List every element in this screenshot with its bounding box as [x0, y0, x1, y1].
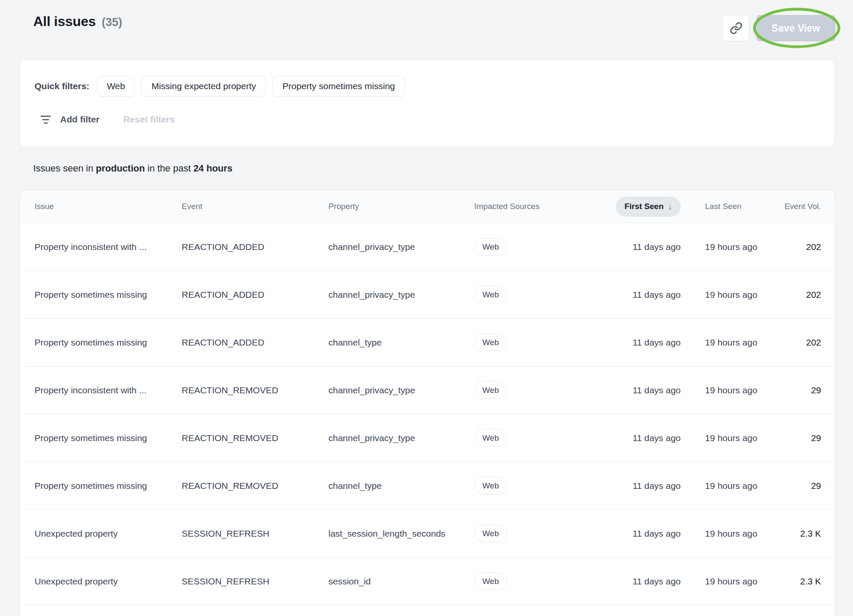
save-view-button[interactable]: Save View	[756, 15, 836, 41]
scope-prefix: Issues seen in	[33, 163, 96, 174]
property-cell: channel_privacy_type	[314, 385, 461, 395]
last-seen-cell: 19 hours ago	[682, 576, 773, 587]
scope-line: Issues seen in production in the past 24…	[33, 163, 853, 174]
link-icon	[730, 22, 743, 35]
last-seen-text: 19 hours ago	[705, 290, 757, 299]
event-volume-text: 202	[806, 242, 821, 252]
property-text: channel_type	[328, 481, 382, 491]
issue-text: Property sometimes missing	[35, 337, 147, 347]
event-cell: REACTION_ADDED	[167, 337, 314, 348]
last-seen-text: 19 hours ago	[705, 576, 757, 586]
event-cell: REACTION_ADDED	[167, 290, 314, 300]
issue-cell: Property sometimes missing	[20, 433, 167, 443]
event-text: REACTION_ADDED	[182, 290, 264, 299]
impacted-sources-cell: Web	[461, 572, 598, 590]
page-title: All issues	[33, 14, 96, 29]
table-row[interactable]: Property sometimes missing REACTION_REMO…	[20, 414, 835, 462]
property-cell: channel_type	[314, 481, 461, 491]
table-body: Property inconsistent with ... REACTION_…	[20, 223, 835, 605]
column-header-issue[interactable]: Issue	[20, 202, 167, 211]
event-volume-cell: 202	[773, 242, 835, 252]
event-text: SESSION_REFRESH	[182, 529, 269, 538]
first-seen-cell: 11 days ago	[598, 433, 682, 443]
event-volume-text: 202	[806, 290, 821, 300]
event-volume-text: 29	[811, 433, 821, 443]
first-seen-text: 11 days ago	[632, 481, 681, 491]
sort-desc-arrow-icon: ↓	[668, 202, 672, 212]
first-seen-cell: 11 days ago	[598, 385, 682, 395]
table-row[interactable]: Unexpected property SESSION_REFRESH last…	[20, 510, 835, 558]
sort-pill-first-seen[interactable]: First Seen ↓	[616, 197, 681, 217]
event-volume-cell: 2.3 K	[773, 529, 835, 539]
issue-count-badge: (35)	[102, 16, 122, 29]
impacted-sources-cell: Web	[461, 381, 598, 399]
add-filter-label: Add filter	[60, 114, 99, 125]
event-cell: SESSION_REFRESH	[167, 529, 314, 539]
last-seen-cell: 19 hours ago	[682, 529, 773, 539]
last-seen-cell: 19 hours ago	[682, 242, 773, 252]
event-volume-text: 202	[806, 337, 821, 348]
last-seen-text: 19 hours ago	[705, 242, 757, 252]
last-seen-cell: 19 hours ago	[682, 337, 773, 348]
filter-icon	[40, 116, 51, 124]
issue-text: Property sometimes missing	[35, 290, 147, 299]
property-text: channel_privacy_type	[328, 385, 415, 395]
event-cell: REACTION_REMOVED	[167, 385, 314, 395]
issues-table: Issue Event Property Impacted Sources Fi…	[20, 190, 835, 616]
first-seen-cell: 11 days ago	[598, 481, 682, 491]
table-row[interactable]: Property inconsistent with ... REACTION_…	[20, 366, 835, 414]
property-cell: session_id	[314, 576, 461, 587]
last-seen-text: 19 hours ago	[705, 433, 757, 443]
quick-filter-chip-missing-expected-property[interactable]: Missing expected property	[142, 76, 266, 96]
column-header-impacted-sources[interactable]: Impacted Sources	[461, 202, 598, 211]
issue-cell: Unexpected property	[20, 576, 167, 587]
property-cell: last_session_length_seconds	[314, 529, 461, 539]
event-volume-text: 29	[811, 385, 821, 395]
source-badge: Web	[474, 525, 507, 542]
quick-filters-label: Quick filters:	[35, 81, 89, 91]
issue-cell: Property inconsistent with ...	[20, 242, 167, 252]
column-header-last-seen[interactable]: Last Seen	[682, 202, 773, 211]
column-header-event-vol[interactable]: Event Vol.	[773, 202, 835, 211]
reset-filters-button[interactable]: Reset filters	[123, 114, 174, 125]
column-header-property[interactable]: Property	[314, 202, 461, 211]
first-seen-text: 11 days ago	[632, 529, 681, 539]
source-badge: Web	[474, 238, 507, 256]
event-text: SESSION_REFRESH	[182, 576, 269, 586]
scope-window: 24 hours	[193, 163, 232, 174]
quick-filter-chip-property-sometimes-missing[interactable]: Property sometimes missing	[273, 76, 405, 96]
impacted-sources-cell: Web	[461, 429, 598, 447]
impacted-sources-cell: Web	[461, 286, 598, 303]
source-badge: Web	[474, 572, 507, 590]
issue-cell: Property sometimes missing	[20, 337, 167, 348]
issue-cell: Unexpected property	[20, 529, 167, 539]
table-row[interactable]: Property sometimes missing REACTION_REMO…	[20, 462, 835, 510]
first-seen-cell: 11 days ago	[598, 529, 682, 539]
event-volume-cell: 29	[773, 385, 835, 395]
column-header-first-seen[interactable]: First Seen ↓	[598, 197, 682, 217]
first-seen-cell: 11 days ago	[598, 337, 682, 348]
issue-text: Property sometimes missing	[35, 433, 147, 443]
event-text: REACTION_ADDED	[182, 337, 264, 347]
property-text: channel_privacy_type	[328, 242, 415, 252]
impacted-sources-cell: Web	[461, 334, 598, 351]
property-cell: channel_privacy_type	[314, 290, 461, 300]
table-row[interactable]: Property sometimes missing REACTION_ADDE…	[20, 271, 835, 319]
first-seen-text: 11 days ago	[632, 290, 681, 300]
source-badge: Web	[474, 477, 507, 494]
page-title-group: All issues (35)	[33, 14, 122, 29]
table-header-row: Issue Event Property Impacted Sources Fi…	[20, 190, 835, 223]
table-row[interactable]: Property inconsistent with ... REACTION_…	[20, 223, 835, 271]
add-filter-button[interactable]: Add filter	[40, 114, 99, 125]
column-header-event[interactable]: Event	[167, 202, 314, 211]
event-text: REACTION_ADDED	[182, 242, 264, 252]
last-seen-cell: 19 hours ago	[682, 481, 773, 491]
first-seen-cell: 11 days ago	[598, 242, 682, 252]
copy-link-button[interactable]	[722, 15, 749, 41]
quick-filter-chip-web[interactable]: Web	[97, 76, 135, 96]
last-seen-cell: 19 hours ago	[682, 433, 773, 443]
table-row[interactable]: Property sometimes missing REACTION_ADDE…	[20, 319, 835, 366]
table-row[interactable]: Unexpected property SESSION_REFRESH sess…	[20, 558, 835, 605]
property-text: last_session_length_seconds	[328, 529, 445, 538]
event-volume-cell: 29	[773, 481, 835, 491]
